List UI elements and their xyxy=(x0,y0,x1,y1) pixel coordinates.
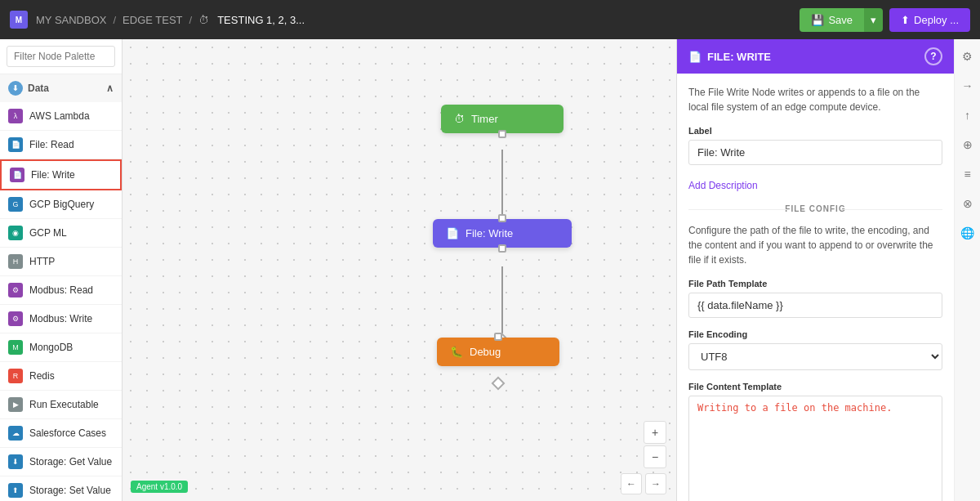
storage-set-icon: ⬆ xyxy=(8,483,23,498)
icon-rail: ⚙ → ↑ ⊕ ≡ ⊗ 🌐 xyxy=(954,39,980,501)
rail-arrow-icon[interactable]: → xyxy=(957,75,978,96)
breadcrumb-sandbox[interactable]: MY SANDBOX xyxy=(36,14,106,26)
http-icon: H xyxy=(8,254,23,269)
breadcrumb-sep2: / xyxy=(189,14,193,26)
zoom-in-button[interactable]: + xyxy=(644,421,666,444)
breadcrumb-current: TESTING 1, 2, 3... xyxy=(217,14,305,26)
rail-menu-icon[interactable]: ≡ xyxy=(957,163,978,185)
node-timer[interactable]: ⏱ Timer xyxy=(441,105,564,133)
modbus-read-label: Modbus: Read xyxy=(29,284,93,296)
label-field-input[interactable] xyxy=(688,140,942,165)
file-path-label: File Path Template xyxy=(688,279,942,289)
save-dropdown-button[interactable]: ▾ xyxy=(864,8,883,32)
filewrite-node-label: File: Write xyxy=(466,227,513,239)
timer-node-label: Timer xyxy=(471,113,498,125)
modbus-write-icon: ⚙ xyxy=(8,311,23,326)
filewrite-node-icon: 📄 xyxy=(446,227,459,239)
data-section-icon: ⬇ xyxy=(8,81,23,96)
file-encoding-select[interactable]: UTF8 ASCII UTF16 LATIN1 xyxy=(688,343,942,370)
node-debug[interactable]: 🐛 Debug xyxy=(437,338,559,366)
deploy-icon: ⬆ xyxy=(901,14,910,26)
filewrite-output-port[interactable] xyxy=(498,244,506,253)
save-label: Save xyxy=(828,14,853,26)
breadcrumb-edge[interactable]: EDGE TEST xyxy=(122,14,182,26)
gcp-bigquery-label: GCP BigQuery xyxy=(29,199,94,210)
save-icon: 💾 xyxy=(811,14,824,26)
modbus-read-icon: ⚙ xyxy=(8,283,23,297)
agent-badge: Agent v1.0.0 xyxy=(131,481,188,493)
run-executable-label: Run Executable xyxy=(29,399,99,410)
rail-globe-icon[interactable]: 🌐 xyxy=(957,222,978,244)
canvas-nav-controls: ← → xyxy=(621,473,666,494)
sidebar-section-data[interactable]: ⬇ Data ∧ xyxy=(0,74,122,102)
file-content-label: File Content Template xyxy=(688,382,942,391)
rail-close-icon[interactable]: ⊗ xyxy=(957,193,978,214)
right-panel-title: FILE: WRITE xyxy=(707,51,771,63)
sidebar-item-storage-set[interactable]: ⬆ Storage: Set Value xyxy=(0,476,122,501)
deploy-label: Deploy ... xyxy=(914,14,959,26)
sidebar-list: ⬇ Data ∧ λ AWS Lambda 📄 File: Read 📄 Fil… xyxy=(0,74,122,501)
sidebar-item-aws-lambda[interactable]: λ AWS Lambda xyxy=(0,102,122,131)
mongodb-icon: M xyxy=(8,340,23,355)
filewrite-input-port[interactable] xyxy=(498,214,506,222)
aws-lambda-icon: λ xyxy=(8,109,23,123)
sidebar-item-mongodb[interactable]: M MongoDB xyxy=(0,333,122,362)
sidebar-item-gcp-bigquery[interactable]: G GCP BigQuery xyxy=(0,190,122,219)
sidebar-item-storage-get[interactable]: ⬇ Storage: Get Value xyxy=(0,448,122,476)
file-encoding-field-group: File Encoding UTF8 ASCII UTF16 LATIN1 xyxy=(688,329,942,370)
file-config-divider: FILE CONFIG xyxy=(688,204,942,213)
help-button[interactable]: ? xyxy=(924,47,942,65)
redis-icon: R xyxy=(8,369,23,383)
sidebar-item-modbus-read[interactable]: ⚙ Modbus: Read xyxy=(0,276,122,305)
panel-description: The File Write Node writes or appends to… xyxy=(688,85,942,114)
logo: M xyxy=(10,11,28,29)
add-description-link[interactable]: Add Description xyxy=(688,180,758,191)
right-panel-header: 📄 FILE: WRITE ? xyxy=(677,39,954,74)
file-content-textarea[interactable] xyxy=(688,396,942,501)
debug-node-label: Debug xyxy=(470,346,501,358)
sync-icon: ⏱ xyxy=(198,14,209,26)
save-button[interactable]: 💾 Save xyxy=(800,8,864,32)
label-field-group: Label xyxy=(688,126,942,165)
rail-upload-icon[interactable]: ↑ xyxy=(957,105,978,126)
storage-get-label: Storage: Get Value xyxy=(29,456,112,467)
file-write-icon: 📄 xyxy=(10,168,24,182)
file-path-input[interactable] xyxy=(688,293,942,318)
sidebar-item-http[interactable]: H HTTP xyxy=(0,248,122,276)
rail-add-icon[interactable]: ⊕ xyxy=(957,134,978,155)
debug-input-port[interactable] xyxy=(494,333,502,341)
file-read-icon: 📄 xyxy=(8,137,23,152)
canvas-back-button[interactable]: ← xyxy=(621,473,642,494)
zoom-out-button[interactable]: − xyxy=(644,445,666,468)
file-path-field-group: File Path Template xyxy=(688,279,942,318)
gcp-ml-icon: ◉ xyxy=(8,226,23,240)
canvas[interactable]: ⏱ Timer 📄 File: Write 🐛 Debug xyxy=(122,39,676,501)
timer-output-port[interactable] xyxy=(498,130,506,138)
sidebar: ⬇ Data ∧ λ AWS Lambda 📄 File: Read 📄 Fil… xyxy=(0,39,122,501)
search-input[interactable] xyxy=(7,46,115,67)
save-group: 💾 Save ▾ xyxy=(800,8,883,32)
sidebar-item-modbus-write[interactable]: ⚙ Modbus: Write xyxy=(0,305,122,333)
sidebar-item-run-executable[interactable]: ▶ Run Executable xyxy=(0,391,122,419)
topbar: M MY SANDBOX / EDGE TEST / ⏱ TESTING 1, … xyxy=(0,0,980,39)
salesforce-cases-label: Salesforce Cases xyxy=(29,427,106,439)
sidebar-item-file-write[interactable]: 📄 File: Write xyxy=(0,159,122,190)
sidebar-item-redis[interactable]: R Redis xyxy=(0,362,122,391)
debug-node-icon: 🐛 xyxy=(450,346,463,358)
mongodb-label: MongoDB xyxy=(29,342,73,353)
file-content-field-group: File Content Template ⤡ xyxy=(688,382,942,501)
sidebar-item-salesforce-cases[interactable]: ☁ Salesforce Cases xyxy=(0,419,122,448)
timer-node-icon: ⏱ xyxy=(454,113,465,125)
rail-settings-icon[interactable]: ⚙ xyxy=(957,46,978,67)
deploy-button[interactable]: ⬆ Deploy ... xyxy=(889,8,970,32)
data-section-label: Data xyxy=(28,83,49,94)
sidebar-item-gcp-ml[interactable]: ◉ GCP ML xyxy=(0,219,122,248)
label-field-label: Label xyxy=(688,126,942,136)
run-executable-icon: ▶ xyxy=(8,397,23,412)
sidebar-item-file-read[interactable]: 📄 File: Read xyxy=(0,131,122,159)
data-section-chevron: ∧ xyxy=(106,83,114,94)
file-config-description: Configure the path of the file to write,… xyxy=(688,223,942,267)
sidebar-search-area xyxy=(0,39,122,74)
canvas-forward-button[interactable]: → xyxy=(645,473,666,494)
node-filewrite[interactable]: 📄 File: Write xyxy=(433,219,572,248)
